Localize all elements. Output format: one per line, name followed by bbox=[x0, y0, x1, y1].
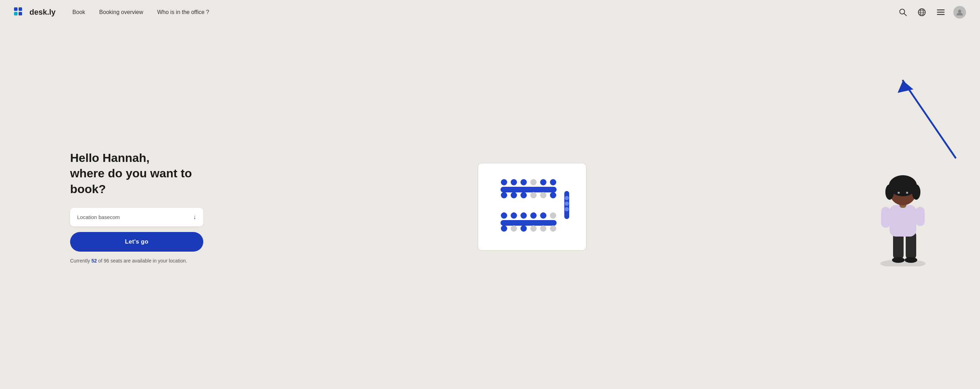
person-svg bbox=[868, 151, 938, 266]
nav-book[interactable]: Book bbox=[73, 9, 85, 16]
svg-point-15 bbox=[501, 179, 507, 186]
svg-point-36 bbox=[540, 213, 546, 219]
availability-info: Currently 52 of 96 seats are available i… bbox=[70, 258, 217, 264]
svg-rect-3 bbox=[19, 12, 22, 16]
logo[interactable]: desk.ly bbox=[14, 7, 56, 17]
globe-icon bbox=[918, 8, 926, 16]
location-value: Location basecom bbox=[77, 214, 120, 220]
svg-point-50 bbox=[892, 257, 905, 263]
svg-point-39 bbox=[501, 225, 507, 232]
svg-point-33 bbox=[511, 213, 517, 219]
svg-point-29 bbox=[565, 196, 569, 200]
svg-point-44 bbox=[550, 225, 556, 232]
svg-line-5 bbox=[904, 14, 907, 16]
nav-booking-overview[interactable]: Booking overview bbox=[99, 9, 143, 16]
svg-point-18 bbox=[530, 179, 537, 186]
svg-point-42 bbox=[530, 225, 537, 232]
nav-who-in-office[interactable]: Who is in the office ? bbox=[157, 9, 209, 16]
svg-point-35 bbox=[530, 213, 537, 219]
logo-text: desk.ly bbox=[29, 8, 56, 17]
hamburger-icon bbox=[937, 10, 945, 15]
svg-rect-53 bbox=[881, 207, 890, 228]
svg-point-51 bbox=[905, 257, 917, 263]
svg-point-32 bbox=[501, 213, 507, 219]
svg-point-16 bbox=[511, 179, 517, 186]
globe-button[interactable] bbox=[915, 6, 928, 19]
svg-line-45 bbox=[903, 81, 956, 158]
svg-point-43 bbox=[540, 225, 546, 232]
svg-point-40 bbox=[511, 225, 517, 232]
svg-point-20 bbox=[550, 179, 556, 186]
floor-plan-svg bbox=[487, 170, 578, 244]
logo-icon bbox=[14, 7, 27, 17]
desk-illustration bbox=[217, 163, 847, 251]
svg-rect-13 bbox=[937, 14, 945, 15]
svg-point-14 bbox=[958, 10, 961, 13]
search-button[interactable] bbox=[897, 6, 909, 19]
svg-rect-54 bbox=[915, 207, 924, 226]
svg-rect-0 bbox=[14, 7, 18, 11]
user-avatar[interactable] bbox=[953, 6, 966, 19]
svg-point-19 bbox=[540, 179, 546, 186]
svg-point-62 bbox=[906, 192, 908, 194]
arrow-indicator bbox=[882, 70, 959, 161]
svg-point-24 bbox=[520, 192, 527, 198]
svg-point-34 bbox=[520, 213, 527, 219]
svg-point-31 bbox=[565, 207, 569, 211]
svg-point-17 bbox=[520, 179, 527, 186]
svg-rect-2 bbox=[14, 12, 18, 16]
svg-point-27 bbox=[550, 192, 556, 198]
person-illustration-section bbox=[847, 147, 938, 266]
svg-rect-12 bbox=[937, 12, 945, 13]
svg-rect-21 bbox=[501, 187, 557, 192]
svg-point-41 bbox=[520, 225, 527, 232]
menu-button[interactable] bbox=[934, 6, 947, 19]
svg-point-61 bbox=[897, 192, 900, 194]
svg-point-37 bbox=[550, 213, 556, 219]
svg-rect-60 bbox=[889, 184, 917, 191]
greeting-text: Hello Hannah, where do you want to book? bbox=[70, 150, 217, 197]
avatar-icon bbox=[956, 8, 964, 16]
search-icon bbox=[899, 8, 907, 16]
dropdown-arrow-icon: ↓ bbox=[193, 213, 196, 221]
svg-point-25 bbox=[530, 192, 537, 198]
svg-point-22 bbox=[501, 192, 507, 198]
svg-rect-38 bbox=[501, 220, 557, 226]
svg-rect-11 bbox=[937, 10, 945, 11]
desk-floor-plan-card bbox=[478, 163, 586, 251]
svg-point-30 bbox=[565, 202, 569, 206]
location-dropdown[interactable]: Location basecom ↓ bbox=[70, 208, 203, 226]
svg-rect-52 bbox=[889, 205, 916, 237]
svg-point-23 bbox=[511, 192, 517, 198]
available-count: 52 bbox=[91, 258, 97, 264]
lets-go-button[interactable]: Let's go bbox=[70, 232, 203, 252]
svg-rect-1 bbox=[19, 7, 22, 11]
svg-point-26 bbox=[540, 192, 546, 198]
